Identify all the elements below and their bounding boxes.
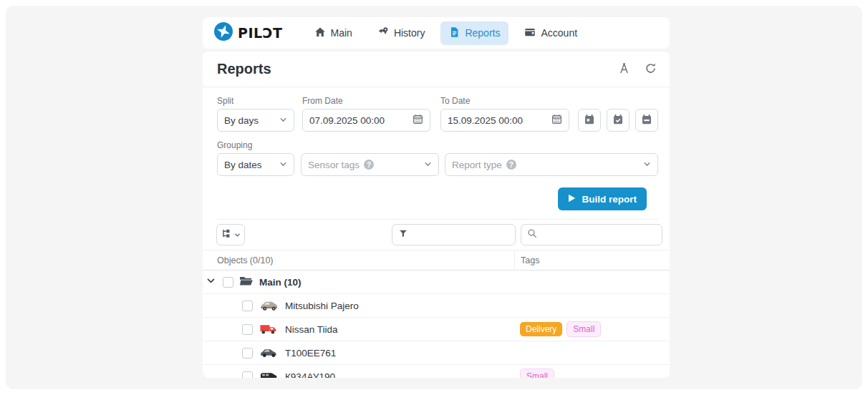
table-row-object[interactable]: К934АУ190 Small xyxy=(203,365,670,378)
row-checkbox[interactable] xyxy=(242,371,253,379)
tag-filter-box: × xyxy=(392,224,516,245)
row-checkbox[interactable] xyxy=(242,348,253,359)
top-navbar: PILƆT Main History Reports Account xyxy=(203,17,670,49)
brand-name: PILƆT xyxy=(238,25,283,41)
document-icon xyxy=(449,26,460,40)
objects-tree: Main (10) Mitsubishi Pajero Nissan Tiida… xyxy=(203,270,670,378)
row-checkbox[interactable] xyxy=(242,301,253,311)
build-report-label: Build report xyxy=(582,194,637,205)
tools-icon xyxy=(618,62,630,77)
search-box: × xyxy=(521,224,662,245)
wallet-icon xyxy=(524,26,536,40)
question-badge-icon: ? xyxy=(364,160,374,170)
to-date-input[interactable] xyxy=(448,115,534,126)
calendar-range-button[interactable] xyxy=(635,109,658,132)
nav-item-main[interactable]: Main xyxy=(306,21,361,45)
table-row-object[interactable]: Mitsubishi Pajero xyxy=(203,294,670,318)
sedan-vehicle-icon xyxy=(259,347,279,359)
panel-header: Reports xyxy=(203,52,670,87)
tag-badge: Delivery xyxy=(520,322,562,336)
tools-button[interactable] xyxy=(618,62,630,77)
grouping-field: Grouping By dates xyxy=(217,140,294,176)
tag-badge: Small xyxy=(566,321,601,336)
object-label: К934АУ190 xyxy=(285,371,335,379)
calendar-day-icon xyxy=(584,114,595,127)
table-row-folder-main[interactable]: Main (10) xyxy=(203,270,670,294)
from-date-label: From Date xyxy=(302,96,430,106)
grouping-value: By dates xyxy=(224,160,262,170)
nav-item-history[interactable]: History xyxy=(368,21,434,45)
report-type-placeholder: Report type xyxy=(452,160,502,170)
calendar-day-button[interactable] xyxy=(578,109,601,132)
nav-item-account[interactable]: Account xyxy=(516,21,586,45)
chevron-down-icon xyxy=(279,115,287,126)
chevron-down-icon xyxy=(279,160,287,170)
calendar-check-icon xyxy=(612,114,624,127)
calendar-check-button[interactable] xyxy=(607,109,630,132)
suv-vehicle-icon xyxy=(259,300,279,311)
split-select[interactable]: By days xyxy=(217,109,294,132)
refresh-button[interactable] xyxy=(645,62,657,77)
objects-column-header: Objects (0/10) xyxy=(203,255,514,265)
search-input[interactable] xyxy=(541,230,667,240)
from-date-input[interactable] xyxy=(309,115,395,126)
page-title: Reports xyxy=(217,61,271,77)
object-label: Nissan Tiida xyxy=(285,324,338,335)
refresh-icon xyxy=(645,62,657,77)
calendar-icon[interactable] xyxy=(551,114,562,127)
filters-section: Split By days From Date To Date xyxy=(203,87,670,220)
split-label: Split xyxy=(217,96,294,106)
chevron-down-icon xyxy=(234,230,241,240)
nav-item-label: Reports xyxy=(465,27,500,39)
grouping-select[interactable]: By dates xyxy=(217,153,294,176)
to-date-field: To Date xyxy=(440,96,569,132)
nav-items: Main History Reports Account xyxy=(306,21,587,45)
folder-label: Main (10) xyxy=(259,277,302,288)
split-field: Split By days xyxy=(217,96,294,132)
table-row-object[interactable]: Nissan Tiida Delivery Small xyxy=(203,318,670,341)
tag-filter-input[interactable] xyxy=(413,230,539,240)
quick-date-buttons xyxy=(578,109,658,132)
row-checkbox[interactable] xyxy=(242,324,253,335)
row-checkbox[interactable] xyxy=(223,277,233,288)
question-badge-icon: ? xyxy=(506,160,516,170)
calendar-icon[interactable] xyxy=(413,114,423,127)
minivan-vehicle-icon xyxy=(259,371,279,378)
red-truck-vehicle-icon xyxy=(259,323,279,335)
objects-toolbar: × × xyxy=(203,220,670,250)
nav-item-reports[interactable]: Reports xyxy=(440,21,508,45)
chevron-down-icon xyxy=(424,160,432,170)
reports-panel: Reports Split By days From Date xyxy=(203,52,670,378)
magnifier-icon xyxy=(527,228,537,241)
brand-logo[interactable]: PILƆT xyxy=(214,22,283,44)
from-date-field: From Date xyxy=(302,96,430,132)
split-value: By days xyxy=(224,115,259,126)
object-label: Mitsubishi Pajero xyxy=(285,301,359,311)
report-type-select[interactable]: Report type? xyxy=(445,153,658,176)
sensor-tags-select[interactable]: Sensor tags? xyxy=(301,153,439,176)
chevron-expand-icon[interactable] xyxy=(206,276,216,288)
home-icon xyxy=(314,26,326,40)
to-date-label: To Date xyxy=(440,96,569,106)
calendar-range-icon xyxy=(641,114,652,127)
tags-column-header: Tags xyxy=(514,250,670,270)
objects-table-header: Objects (0/10) Tags xyxy=(203,250,670,270)
funnel-icon xyxy=(398,228,408,241)
nav-item-label: Main xyxy=(331,27,352,39)
object-label: T100EE761 xyxy=(285,348,336,359)
nav-item-label: History xyxy=(394,27,425,39)
build-report-button[interactable]: Build report xyxy=(558,187,647,210)
folder-open-icon xyxy=(239,275,254,288)
tag-badge: Small xyxy=(520,369,554,378)
nav-item-label: Account xyxy=(541,27,577,39)
sensor-tags-placeholder: Sensor tags xyxy=(308,160,360,170)
table-row-object[interactable]: T100EE761 xyxy=(203,341,670,365)
pilot-logo-star-icon xyxy=(214,22,233,44)
history-pin-icon xyxy=(377,26,389,40)
tree-view-button[interactable] xyxy=(216,224,245,245)
play-icon xyxy=(568,194,576,205)
chevron-down-icon xyxy=(643,160,651,170)
grouping-label: Grouping xyxy=(217,140,294,150)
tree-hierarchy-icon xyxy=(221,228,232,241)
